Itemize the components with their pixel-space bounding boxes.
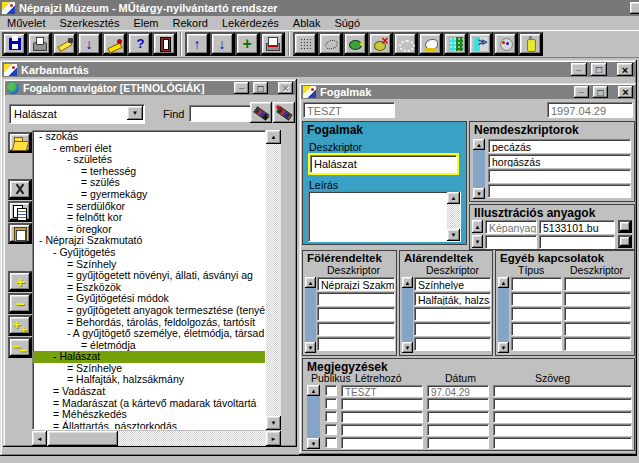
knife-button[interactable] [52,32,77,56]
swan-button[interactable] [418,32,443,56]
turtle-button[interactable] [343,32,368,56]
alarendelt-input[interactable]: Színhelye [414,277,491,291]
browse-button[interactable] [618,220,632,233]
szoveg-input[interactable] [493,385,632,397]
illusztracio-tipus-input[interactable] [485,235,537,249]
egyeb-tipus-input[interactable] [511,307,562,321]
tree-item[interactable]: = gyűjtögetett növényi, állati, ásványi … [33,270,265,282]
scroll-up-button[interactable] [305,277,316,288]
save-button[interactable] [2,32,27,56]
tree-item[interactable]: = Állattartás, pásztorkodás [33,421,265,430]
menu-item-szerkesztés[interactable]: Szerkesztés [53,16,127,30]
row-scroll-button[interactable] [472,235,483,248]
scroll-left-button[interactable] [32,431,47,446]
anchor-button[interactable] [518,32,543,56]
scroll-down-button[interactable] [305,342,316,353]
egyeb-tipus-input[interactable] [511,292,562,306]
leiras-textarea[interactable] [308,191,461,242]
map-arrows-button[interactable] [468,32,493,56]
publikus-checkbox[interactable] [325,437,337,448]
illusztracio-file-input[interactable] [539,235,615,249]
datum-input[interactable] [427,424,489,436]
letrehozo-input[interactable] [341,398,423,410]
copy-button[interactable] [8,201,32,222]
minimize-button[interactable] [571,63,587,76]
folerendelt-input[interactable] [317,322,395,336]
tree-item[interactable]: = gyűjtögetett anyagok termesztése (teny… [33,305,265,317]
scroll-up-button[interactable] [402,277,413,288]
tree-horizontal-scrollbar[interactable] [32,431,281,446]
folerendelt-input[interactable] [317,337,395,351]
illusztracio-tipus-input[interactable]: Képanyag [485,220,537,234]
map-split-button[interactable] [443,32,468,56]
face-button[interactable] [493,32,518,56]
tree-item[interactable]: = terhesség [33,166,265,178]
up-button[interactable] [185,32,210,56]
dotted-grid-button[interactable] [293,32,318,56]
scroll-up-button[interactable] [473,139,485,150]
publikus-checkbox[interactable] [325,398,337,409]
alarendeltek-scrollbar[interactable] [402,277,413,353]
letrehozo-input[interactable] [341,437,423,449]
window-button-clipped[interactable] [630,2,639,14]
scroll-thumb[interactable] [48,431,118,446]
datum-input[interactable] [427,437,489,449]
close-button[interactable] [617,63,633,76]
publikus-checkbox[interactable] [325,424,337,435]
find-plus-button[interactable] [250,102,272,123]
tree-item[interactable]: = szülés [33,177,265,189]
alarendelt-input[interactable] [414,307,491,321]
egyeb-deszkriptor-input[interactable] [564,322,631,336]
tree-item[interactable]: = felnőtt kor [33,212,265,224]
print-record-button[interactable] [260,32,285,56]
alarendelt-input[interactable] [414,337,491,351]
egyeb-deszkriptor-input[interactable] [564,292,631,306]
user-field[interactable]: TESZT [303,102,395,118]
illusztracio-file-input[interactable]: 5133101.bu [539,220,615,234]
scroll-up-button[interactable] [498,277,509,288]
datum-input[interactable]: 97.04.29 [427,385,489,397]
szoveg-input[interactable] [493,424,632,436]
deszkriptor-input[interactable]: Halászat [310,155,457,173]
cut-button[interactable] [8,179,32,200]
nemdeszkriptor-input[interactable] [488,169,631,183]
datum-input[interactable] [427,411,489,423]
scroll-up-button[interactable] [447,192,460,204]
down-button[interactable] [77,32,102,56]
publikus-checkbox[interactable] [325,411,337,422]
tree-item[interactable]: - születés [33,154,265,166]
tree-item[interactable]: - szokás [33,131,265,143]
find-input[interactable] [189,105,253,122]
scroll-down-button[interactable] [266,416,281,430]
row-scroll-button[interactable] [472,220,483,233]
egyeb-tipus-input[interactable] [511,322,562,336]
folerendelt-input[interactable] [317,292,395,306]
egyeb-deszkriptor-input[interactable] [564,337,631,351]
egyeb-tipus-input[interactable] [511,337,562,351]
fogalmak-minimize-button[interactable] [574,86,589,98]
scroll-up-button[interactable] [307,385,320,396]
folerendelt-input[interactable]: Néprajzi Szakmu [317,277,395,291]
fogalmak-close-button[interactable] [618,86,633,98]
publikus-checkbox[interactable] [325,385,337,396]
scroll-down-button[interactable] [473,188,485,199]
tree-item[interactable]: = gyermekágy [33,189,265,201]
down-button[interactable] [210,32,235,56]
scroll-track[interactable] [447,204,460,229]
egyeb-tipus-input[interactable] [511,277,562,291]
menu-item-súgó[interactable]: Súgó [327,16,367,30]
help-button[interactable] [127,32,152,56]
tree-item[interactable]: - Gyűjtögetés [33,247,265,259]
menu-item-ablak[interactable]: Ablak [286,16,328,30]
find-star-button[interactable] [273,102,295,123]
leiras-scrollbar[interactable] [447,192,460,241]
scroll-track[interactable] [266,144,281,416]
scroll-right-button[interactable] [266,431,281,446]
scroll-down-button[interactable] [498,342,509,353]
print-button[interactable] [27,32,52,56]
menu-item-művelet[interactable]: Művelet [0,16,53,30]
add-button[interactable] [235,32,260,56]
browse-button[interactable] [618,235,632,248]
nemdeszkriptor-input[interactable]: pecázás [488,139,631,153]
megjegyzesek-scrollbar[interactable] [307,385,320,449]
